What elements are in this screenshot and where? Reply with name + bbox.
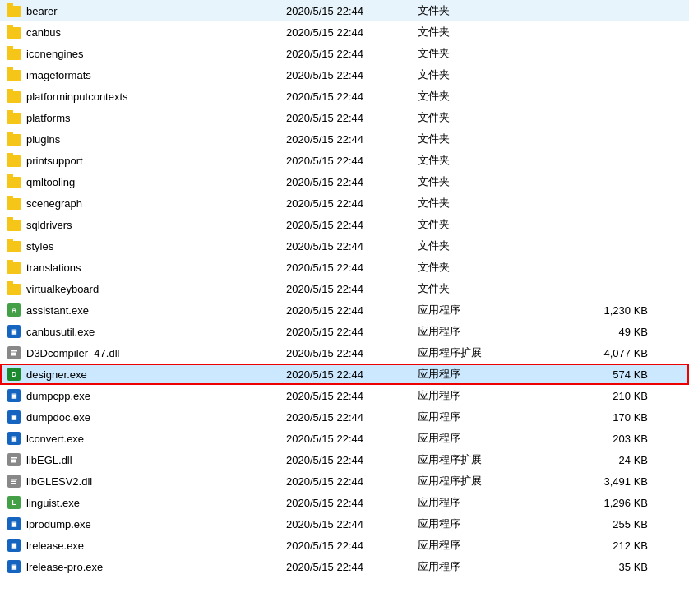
- list-item[interactable]: qmltooling2020/5/15 22:44文件夹: [0, 171, 689, 192]
- file-name-col: virtualkeyboard: [7, 281, 286, 296]
- file-size: 4,077 KB: [566, 347, 648, 359]
- file-name-col: libGLESV2.dll: [7, 474, 286, 489]
- list-item[interactable]: ▣lrelease.exe2020/5/15 22:44应用程序212 KB: [0, 535, 689, 556]
- list-item[interactable]: platforminputcontexts2020/5/15 22:44文件夹: [0, 86, 689, 107]
- list-item[interactable]: Llinguist.exe2020/5/15 22:44应用程序1,296 KB: [0, 492, 689, 513]
- folder-icon: [7, 262, 21, 274]
- file-name: scenegraph: [26, 197, 82, 210]
- list-item[interactable]: ▣lrelease-pro.exe2020/5/15 22:44应用程序35 K…: [0, 556, 689, 577]
- folder-icon: [7, 177, 21, 188]
- file-name: virtualkeyboard: [26, 283, 99, 295]
- list-item[interactable]: scenegraph2020/5/15 22:44文件夹: [0, 192, 689, 214]
- file-name: canbusutil.exe: [26, 326, 95, 338]
- file-name-col: ▣dumpdoc.exe: [7, 410, 286, 424]
- list-item[interactable]: ▣dumpcpp.exe2020/5/15 22:44应用程序210 KB: [0, 385, 689, 406]
- file-date: 2020/5/15 22:44: [286, 368, 418, 381]
- svg-rect-4: [11, 460, 16, 461]
- file-name: platforms: [26, 112, 70, 124]
- list-item[interactable]: libGLESV2.dll2020/5/15 22:44应用程序扩展3,491 …: [0, 470, 689, 492]
- file-name-col: ▣dumpcpp.exe: [7, 388, 286, 403]
- file-date: 2020/5/15 22:44: [286, 347, 418, 359]
- file-type: 文件夹: [418, 89, 566, 104]
- list-item[interactable]: Ddesigner.exe2020/5/15 22:44应用程序574 KB: [0, 364, 689, 385]
- file-list: bearer2020/5/15 22:44文件夹canbus2020/5/15 …: [0, 0, 689, 577]
- list-item[interactable]: virtualkeyboard2020/5/15 22:44文件夹: [0, 278, 689, 299]
- file-name: plugins: [26, 133, 60, 146]
- file-type: 文件夹: [418, 110, 566, 125]
- file-size: 1,296 KB: [566, 497, 648, 509]
- file-type: 文件夹: [418, 3, 566, 18]
- svg-rect-6: [11, 479, 17, 480]
- file-name: lconvert.exe: [26, 433, 84, 445]
- list-item[interactable]: Aassistant.exe2020/5/15 22:44应用程序1,230 K…: [0, 299, 689, 321]
- folder-icon: [7, 49, 21, 60]
- file-name: translations: [26, 262, 81, 274]
- list-item[interactable]: printsupport2020/5/15 22:44文件夹: [0, 150, 689, 171]
- file-type: 文件夹: [418, 174, 566, 189]
- list-item[interactable]: sqldrivers2020/5/15 22:44文件夹: [0, 214, 689, 235]
- file-date: 2020/5/15 22:44: [286, 26, 418, 39]
- file-date: 2020/5/15 22:44: [286, 262, 418, 274]
- file-name-col: sqldrivers: [7, 217, 286, 232]
- file-name: dumpcpp.exe: [26, 390, 90, 402]
- folder-icon: [7, 113, 21, 124]
- list-item[interactable]: platforms2020/5/15 22:44文件夹: [0, 107, 689, 128]
- file-name: sqldrivers: [26, 219, 72, 231]
- file-name: lrelease.exe: [26, 540, 84, 552]
- file-type: 文件夹: [418, 217, 566, 232]
- svg-rect-7: [11, 481, 16, 483]
- file-name: linguist.exe: [26, 497, 80, 509]
- file-type: 应用程序: [418, 559, 566, 574]
- list-item[interactable]: canbus2020/5/15 22:44文件夹: [0, 21, 689, 43]
- file-date: 2020/5/15 22:44: [286, 197, 418, 210]
- file-name-col: Aassistant.exe: [7, 303, 286, 317]
- folder-icon: [7, 91, 21, 103]
- file-name-col: platforms: [7, 110, 286, 125]
- file-type: 应用程序: [418, 410, 566, 424]
- file-name-col: Ddesigner.exe: [7, 367, 286, 382]
- file-name-col: scenegraph: [7, 196, 286, 211]
- file-name: lprodump.exe: [26, 518, 91, 530]
- list-item[interactable]: ▣lconvert.exe2020/5/15 22:44应用程序203 KB: [0, 428, 689, 449]
- file-date: 2020/5/15 22:44: [286, 5, 418, 17]
- file-date: 2020/5/15 22:44: [286, 112, 418, 124]
- exe-blue-icon: ▣: [7, 517, 21, 530]
- file-name: lrelease-pro.exe: [26, 561, 103, 573]
- svg-rect-3: [11, 457, 17, 459]
- exe-blue-icon: ▣: [7, 325, 21, 338]
- list-item[interactable]: ▣dumpdoc.exe2020/5/15 22:44应用程序170 KB: [0, 406, 689, 428]
- list-item[interactable]: imageformats2020/5/15 22:44文件夹: [0, 64, 689, 86]
- file-name: assistant.exe: [26, 304, 89, 317]
- exe-blue-icon: ▣: [7, 389, 21, 402]
- list-item[interactable]: bearer2020/5/15 22:44文件夹: [0, 0, 689, 21]
- file-name: dumpdoc.exe: [26, 411, 90, 424]
- list-item[interactable]: plugins2020/5/15 22:44文件夹: [0, 128, 689, 150]
- list-item[interactable]: styles2020/5/15 22:44文件夹: [0, 235, 689, 257]
- file-name-col: iconengines: [7, 46, 286, 61]
- dll-icon: [7, 346, 21, 359]
- svg-rect-5: [11, 461, 16, 463]
- file-date: 2020/5/15 22:44: [286, 454, 418, 466]
- folder-icon: [7, 6, 21, 17]
- file-type: 应用程序: [418, 367, 566, 382]
- file-date: 2020/5/15 22:44: [286, 90, 418, 103]
- list-item[interactable]: translations2020/5/15 22:44文件夹: [0, 257, 689, 278]
- list-item[interactable]: ▣canbusutil.exe2020/5/15 22:44应用程序49 KB: [0, 321, 689, 342]
- list-item[interactable]: ▣lprodump.exe2020/5/15 22:44应用程序255 KB: [0, 513, 689, 535]
- file-type: 文件夹: [418, 281, 566, 296]
- file-date: 2020/5/15 22:44: [286, 518, 418, 530]
- file-name-col: ▣canbusutil.exe: [7, 324, 286, 339]
- exe-blue-icon: ▣: [7, 410, 21, 424]
- list-item[interactable]: iconengines2020/5/15 22:44文件夹: [0, 43, 689, 64]
- file-type: 应用程序: [418, 431, 566, 446]
- file-name-col: D3Dcompiler_47.dll: [7, 345, 286, 360]
- file-date: 2020/5/15 22:44: [286, 475, 418, 488]
- file-type: 应用程序扩展: [418, 345, 566, 360]
- file-size: 255 KB: [566, 518, 648, 530]
- file-name: libEGL.dll: [26, 454, 72, 466]
- file-name: bearer: [26, 5, 58, 17]
- list-item[interactable]: D3Dcompiler_47.dll2020/5/15 22:44应用程序扩展4…: [0, 342, 689, 364]
- file-size: 210 KB: [566, 390, 648, 402]
- file-name-col: libEGL.dll: [7, 452, 286, 467]
- list-item[interactable]: libEGL.dll2020/5/15 22:44应用程序扩展24 KB: [0, 449, 689, 470]
